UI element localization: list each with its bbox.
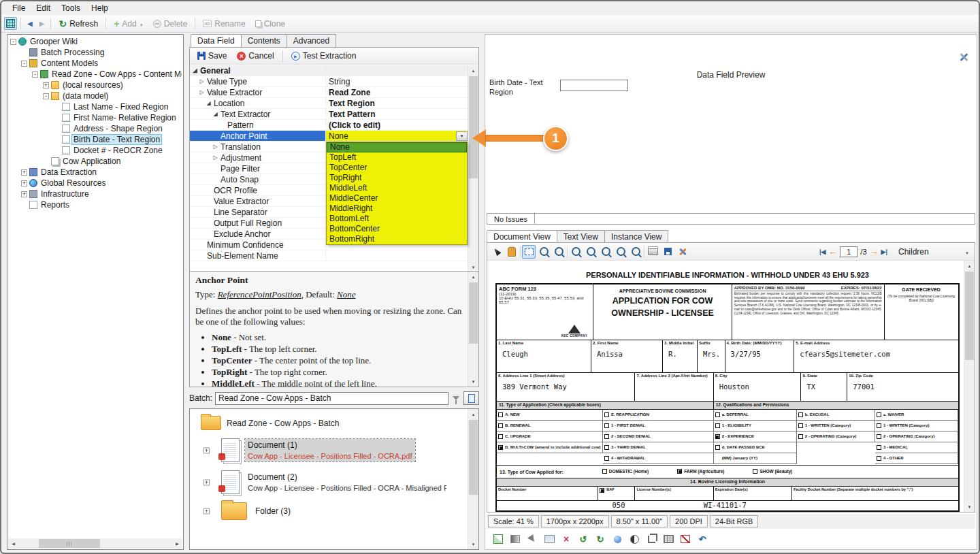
expand-glyph-icon[interactable] (198, 78, 206, 84)
print-icon[interactable] (646, 245, 659, 259)
filter-icon[interactable] (453, 396, 459, 400)
dropdown-item[interactable]: TopCenter (327, 163, 467, 173)
expand-toggle[interactable]: - (10, 39, 16, 45)
dropdown-item[interactable]: BottomCenter (327, 224, 467, 234)
property-row[interactable]: Location Text Region (190, 98, 468, 109)
expand-toggle[interactable]: + (21, 191, 27, 197)
rename-button[interactable]: abRename (199, 18, 249, 30)
property-row[interactable]: Sub-Element Name (190, 250, 468, 261)
batch-root-item[interactable]: Read Zone - Cow Apps - Batch (201, 416, 467, 430)
property-row[interactable]: General (190, 65, 468, 76)
expand-toggle[interactable]: + (203, 479, 210, 485)
menu-item[interactable]: Tools (56, 2, 86, 14)
scrollbar-thumb[interactable]: ||| (39, 539, 100, 548)
expand-glyph-icon[interactable] (212, 154, 219, 161)
menu-item[interactable]: Help (86, 2, 114, 14)
forward-button[interactable]: ▶ (37, 18, 48, 29)
property-value-cell[interactable]: Text Pattern (326, 109, 468, 119)
back-button[interactable]: ◀ (24, 18, 35, 29)
zoom-region-icon[interactable] (537, 245, 551, 259)
rotate-cw-icon[interactable] (594, 533, 606, 545)
clone-button[interactable]: Clone (251, 18, 289, 30)
scroll-up-button[interactable]: ▲ (468, 65, 478, 76)
dropdown-button[interactable] (456, 131, 468, 141)
expand-toggle[interactable]: - (43, 93, 49, 99)
render-icon[interactable] (611, 533, 623, 545)
tree-item[interactable]: + (local resources) (9, 80, 182, 91)
tree-item[interactable]: - Read Zone - Cow Apps - Content Moc (9, 69, 182, 80)
grid-icon[interactable] (662, 533, 674, 545)
scrollbar-thumb[interactable] (469, 282, 478, 344)
expand-glyph-icon[interactable] (191, 67, 199, 74)
expand-toggle[interactable]: + (203, 447, 210, 453)
type-link[interactable]: ReferencePointPosition (218, 289, 301, 299)
tree-item[interactable]: - Content Models (9, 58, 182, 69)
tree-item[interactable]: First Name- Relative Region (9, 112, 182, 123)
editor-tab[interactable]: Data Field (191, 34, 242, 47)
property-value-cell[interactable]: None (326, 131, 468, 141)
dropdown-item[interactable]: TopLeft (327, 152, 467, 163)
dropdown-item[interactable]: BottomRight (327, 234, 467, 244)
cancel-button[interactable]: Cancel (233, 50, 278, 62)
sep-icon[interactable] (644, 246, 644, 257)
batch-viewer-button[interactable] (463, 391, 479, 405)
scrollbar-thumb[interactable] (469, 76, 478, 178)
menu-item[interactable]: Edit (31, 2, 56, 14)
previous-page-button[interactable] (828, 246, 837, 257)
scroll-up-button[interactable]: ▲ (964, 261, 975, 271)
next-page-button[interactable] (870, 246, 879, 257)
rotate-ccw-icon[interactable] (577, 533, 589, 545)
expand-toggle[interactable]: + (21, 180, 27, 186)
zoom-fit-icon[interactable] (599, 245, 612, 259)
tree-item[interactable]: - Grooper Wiki (9, 36, 182, 47)
vertical-scrollbar[interactable]: ▲ ▼ (468, 65, 478, 272)
property-row[interactable]: Pattern (Click to edit) (190, 120, 468, 131)
expand-toggle[interactable]: - (21, 61, 27, 67)
document-canvas[interactable]: PERSONALLY IDENTIFIABLE INFORMATION - WI… (487, 261, 964, 512)
scrollbar-thumb[interactable] (469, 420, 478, 495)
dropdown-item[interactable]: TopRight (327, 173, 467, 183)
crop-icon[interactable] (645, 533, 657, 545)
tree-item[interactable]: + Global Resources (9, 178, 182, 189)
zoom-page-icon[interactable] (552, 245, 566, 259)
vertical-scrollbar[interactable]: ▲ ▼ (964, 261, 975, 512)
dropdown-item[interactable]: None (327, 142, 467, 152)
test-extraction-button[interactable]: Test Extraction (287, 50, 361, 62)
default-link[interactable]: None (337, 289, 355, 299)
batch-item[interactable]: + Document (1) Cow App - Licensee - Posi… (221, 438, 467, 462)
property-value-cell[interactable]: String (326, 76, 468, 86)
tree-item[interactable]: Birth Date - Text Region (9, 134, 182, 145)
select-region-icon[interactable] (522, 245, 536, 259)
levels-icon[interactable] (509, 533, 521, 545)
delete-icon[interactable] (560, 533, 572, 545)
zoom-width-icon[interactable] (614, 245, 627, 259)
pointer-icon[interactable] (490, 245, 504, 259)
tree-item[interactable]: Address - Shape Region (9, 123, 182, 134)
zoom-out-icon[interactable] (584, 245, 598, 259)
expand-toggle[interactable]: + (21, 169, 27, 176)
scroll-up-button[interactable]: ▲ (468, 272, 478, 282)
dropdown-item[interactable]: MiddleLeft (327, 183, 467, 193)
property-row[interactable]: Anchor Point None (190, 131, 468, 142)
property-value-cell[interactable] (326, 250, 468, 261)
undo-icon[interactable] (696, 533, 708, 545)
tree-item[interactable]: - (data model) (9, 91, 182, 101)
tree-item[interactable]: Batch Processing (9, 47, 182, 58)
tree-item[interactable]: Cow Application (9, 156, 182, 167)
property-row[interactable]: Text Extractor Text Pattern (190, 109, 468, 120)
scroll-up-button[interactable]: ▲ (468, 409, 478, 419)
horizontal-scrollbar[interactable]: ◀ ||| ▶ (8, 538, 182, 549)
sep-icon[interactable] (567, 246, 568, 257)
preview-field-input[interactable] (560, 80, 628, 91)
tree-item[interactable]: + Infrastructure (9, 189, 182, 199)
expand-glyph-icon[interactable] (212, 111, 219, 117)
dropdown-item[interactable]: BottomLeft (327, 214, 467, 224)
batch-input[interactable]: Read Zone - Cow Apps - Batch (215, 392, 448, 405)
scrollbar-thumb[interactable] (965, 272, 974, 360)
batch-item[interactable]: + Folder (3) (221, 502, 467, 520)
save-icon[interactable] (661, 245, 674, 259)
tree-item[interactable]: Docket # - ReOCR Zone (9, 145, 182, 156)
delete-button[interactable]: Delete (149, 18, 192, 30)
property-value-cell[interactable]: Text Region (326, 98, 468, 108)
binarize-icon[interactable] (492, 533, 504, 545)
